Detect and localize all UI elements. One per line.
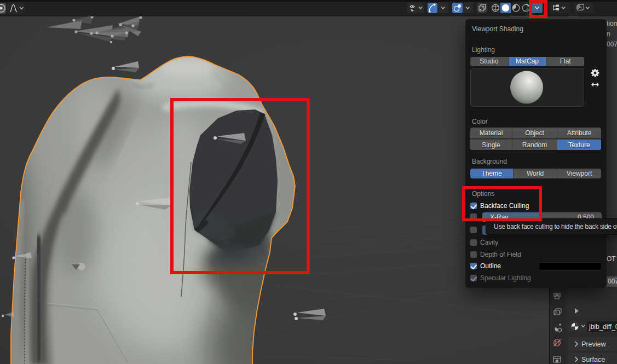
svg-text:Preview: Preview xyxy=(581,340,606,348)
svg-text:jbib_diff_0: jbib_diff_0 xyxy=(589,323,617,331)
svg-text:Surface: Surface xyxy=(581,356,605,363)
